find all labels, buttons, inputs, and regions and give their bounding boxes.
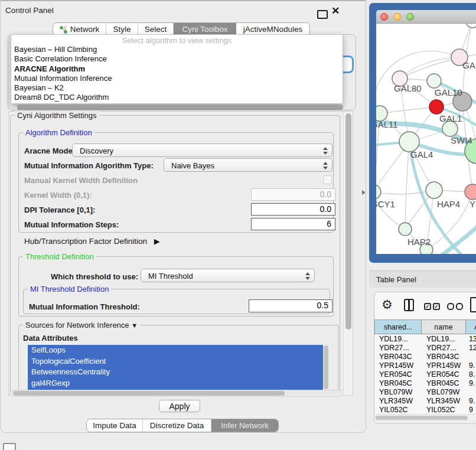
network-node[interactable] [399,132,419,152]
table-panel-header: Table Panel [369,270,476,288]
table-horizontal-scrollbar-thumb[interactable] [376,416,468,420]
network-node[interactable] [376,185,381,199]
attribute-item[interactable]: BetweennessCentrality [28,367,323,378]
checked-checkbox-icon[interactable]: ✓ [424,303,431,310]
table-cell: 9. [466,361,475,370]
page-icon[interactable] [470,297,476,312]
combo-spinner-icon [323,161,328,170]
horizontal-scrollbar-thumb[interactable] [13,391,285,396]
attribute-item[interactable]: TopologicalCoefficient [28,356,323,367]
table-row[interactable]: YIL052CYIL052C9 [374,405,476,414]
tab-select[interactable]: Select [138,23,174,35]
table-cell: 9. [466,397,475,405]
network-node[interactable] [429,100,444,114]
table-row[interactable]: YPR145WYPR145W9. [374,361,476,370]
network-node-label: GCY1 [376,199,395,209]
network-node[interactable] [465,184,476,200]
mi-type-label: Mutual Information Algorithm Type: [24,161,154,170]
algorithm-item[interactable]: ARACNE Algorithm [11,64,343,74]
tab-network[interactable]: Network [53,23,106,35]
panel-resize-grip[interactable] [362,190,366,195]
network-canvas-svg[interactable]: GALGAL80GAL10GAL1GAL11SWI4GAL4GCY1HAP4YH… [376,24,476,254]
window-close-icon[interactable] [380,13,388,21]
attribute-item[interactable]: SelfLoops [28,345,323,356]
which-threshold-label: Which threshold to use: [51,272,138,281]
vertical-scrollbar-thumb[interactable] [345,113,351,330]
tab-discretize-data[interactable]: Discretize Data [143,419,211,432]
close-icon[interactable]: ✕ [331,6,340,16]
aracne-mode-combo[interactable]: Discovery [72,144,332,157]
algorithm-item[interactable]: Mutual Information Inference [11,74,343,83]
attribute-list-scrollbar-thumb[interactable] [324,345,328,389]
algorithm-item[interactable]: Basic Correlation Inference [11,54,343,64]
screen: Control Panel ✕ Network Style Select Cyn… [0,0,476,450]
dpi-tolerance-input[interactable]: 0.0 [251,203,335,216]
kernel-width-input[interactable]: 0.0 [251,188,335,201]
gear-icon[interactable]: ⚙ [382,298,393,311]
algorithm-item[interactable]: Dream8 DC_TDC Algorithm [11,93,343,102]
table-cell: YDL19... [374,335,422,343]
collapsed-combo-bar [17,105,343,110]
table-cell: 13 [466,335,476,343]
table-row[interactable]: YBR043CYBR043C [374,352,476,361]
apply-button[interactable]: Apply [159,400,200,412]
vertical-scrollbar[interactable] [343,112,353,395]
network-icon [60,25,67,34]
unchecked-checkbox-icon[interactable] [447,303,454,310]
table-cell: YBR045C [422,379,466,387]
table-row[interactable]: YBR045CYBR045C9. [374,379,476,387]
sources-legend[interactable]: Sources for Network Inference ▼ [23,321,140,330]
window-zoom-icon[interactable] [406,13,414,21]
window-minimize-icon[interactable] [393,13,401,21]
table-cell: YBR045C [374,379,422,387]
column-header-partial[interactable]: A [466,319,476,334]
threshold-legend: Threshold Definition [23,252,96,261]
network-node[interactable] [426,182,442,198]
mi-type-value: Naive Bayes [171,161,214,170]
attribute-item[interactable]: gal4RGexp [28,378,323,389]
which-threshold-combo[interactable]: MI Threshold [141,269,315,282]
table-row[interactable]: YBL079WYBL079W [374,387,476,396]
algorithm-item[interactable]: Bayesian – K2 [11,83,343,93]
table-cell: YER054C [374,370,422,379]
table-row[interactable]: YLR345WYLR345W9. [374,396,476,405]
unchecked-checkbox-icon[interactable] [456,303,463,310]
bottom-left-button[interactable] [3,443,16,450]
network-node-label: GAL [462,60,476,70]
tab-style[interactable]: Style [106,23,138,35]
attribute-list[interactable]: SelfLoopsTopologicalCoefficientBetweenne… [28,345,323,390]
column-view-icon[interactable] [404,299,414,311]
tab-jactivemnodules[interactable]: jActiveMNodules [236,23,309,35]
network-canvas[interactable]: GALGAL80GAL10GAL1GAL11SWI4GAL4GCY1HAP4YH… [376,24,476,254]
hub-label: Hub/Transcription Factor Definition [24,237,147,246]
column-header-shared[interactable]: shared... [374,319,422,334]
attribute-list-scrollbar[interactable] [323,345,329,390]
manual-kernel-checkbox[interactable] [323,175,332,184]
table-row[interactable]: YDR27...YDR27...12 [374,343,476,352]
mi-steps-input[interactable]: 6 [251,218,335,230]
network-node[interactable] [399,223,412,236]
hub-disclosure[interactable]: Hub/Transcription Factor Definition ▶ [24,237,160,246]
column-header-name[interactable]: name [422,319,466,334]
checked-checkbox-icon[interactable]: ✓ [433,303,440,310]
float-window-icon[interactable] [317,10,328,19]
algorithm-item[interactable]: Bayesian – Hill Climbing [11,45,343,54]
table-row[interactable]: YDL19...YDL19...13 [374,334,476,343]
network-node[interactable] [427,74,441,88]
table-row[interactable]: YER054CYER054C8. [374,370,476,379]
which-threshold-value: MI Threshold [148,272,193,281]
network-node[interactable] [466,24,476,28]
table-horizontal-scrollbar[interactable] [374,414,476,420]
table-cell: 12 [466,344,476,352]
table-cell: YBR043C [422,353,466,361]
horizontal-scrollbar[interactable] [10,390,342,397]
tab-cyni-toolbox[interactable]: Cyni Toolbox [174,23,236,35]
table-cell: YBL079W [374,388,422,396]
table-panel: ⚙ ✓ ✓ shared... name A YDL19...YDL19...1… [374,292,476,424]
mi-type-combo[interactable]: Naive Bayes [164,158,332,172]
tab-infer-network[interactable]: Infer Network [211,419,278,432]
mi-threshold-input[interactable]: 0.5 [249,299,332,312]
tab-impute-data[interactable]: Impute Data [87,419,143,432]
network-window-titlebar[interactable] [376,10,476,24]
table-panel-title: Table Panel [376,275,416,284]
